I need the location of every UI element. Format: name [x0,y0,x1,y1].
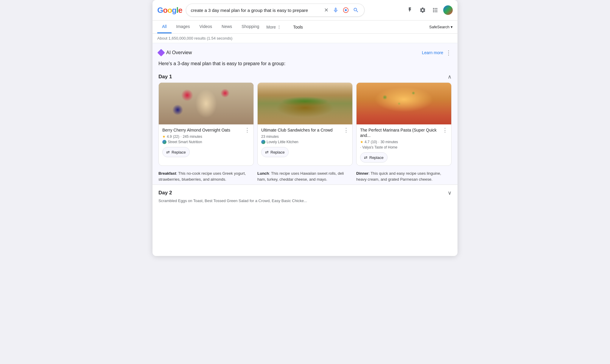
recipe-card-0[interactable]: Berry Cherry Almond Overnight Oats ⋮ ★ 4… [158,82,254,166]
meal-label-2: Dinner [356,171,368,176]
search-submit-button[interactable] [352,7,360,14]
meal-desc-0: Breakfast: This no-cook recipe uses Gree… [158,171,254,182]
meal-desc-2: Dinner: This quick and easy recipe uses … [356,171,452,182]
recipe-title-row-1: Ultimate Club Sandwiches for a Crowd ⋮ [261,127,349,133]
clear-button[interactable]: ✕ [323,6,329,14]
recipe-title-2: The Perfect Marinara Pasta (Super Quick … [360,127,441,138]
tab-shopping[interactable]: Shopping [237,21,264,33]
recipe-meta-2: ★ 4.7 (10) · 30 minutes [360,140,448,144]
labs-button[interactable] [406,6,415,15]
voice-search-button[interactable] [332,7,339,14]
recipe-more-button-1[interactable]: ⋮ [343,127,349,133]
day2-summary: Scrambled Eggs on Toast, Best Tossed Gre… [158,199,307,203]
recipe-title-row-0: Berry Cherry Almond Overnight Oats ⋮ [162,127,250,133]
recipe-reviews-0: (22) [173,135,179,139]
replace-icon-1: ⇄ [265,150,269,154]
safesearch-button[interactable]: SafeSearch ▾ [429,25,453,29]
recipe-title-1: Ultimate Club Sandwiches for a Crowd [261,127,333,133]
recipe-card-1[interactable]: Ultimate Club Sandwiches for a Crowd ⋮ 2… [257,82,353,166]
source-icon-1 [261,140,265,144]
recipe-source-name-2: Valya's Taste of Home [362,145,397,149]
apps-button[interactable] [431,6,440,15]
ai-diamond-icon [157,49,165,56]
search-bar: create a 3 day meal plan for a group tha… [186,4,365,17]
replace-icon-0: ⇄ [166,150,170,154]
ai-title: AI Overview [158,50,192,55]
recipe-meta-1: 23 minutes [261,135,349,139]
meal-desc-1: Lunch: This recipe uses Hawaiian sweet r… [257,171,353,182]
settings-button[interactable] [418,6,427,15]
recipe-time-1: 23 minutes [261,135,279,139]
replace-icon-2: ⇄ [364,155,368,160]
tab-videos[interactable]: Videos [194,21,217,33]
tab-all[interactable]: All [157,21,172,33]
meal-descriptions: Breakfast: This no-cook recipe uses Gree… [158,171,452,182]
header: Google create a 3 day meal plan for a gr… [152,0,458,21]
recipe-image-1 [258,83,352,124]
recipe-cards: Berry Cherry Almond Overnight Oats ⋮ ★ 4… [158,82,452,166]
results-count: About 1,650,000,000 results (1.54 second… [152,34,458,43]
replace-label-2: Replace [369,155,384,160]
recipe-meta-0: ★ 4.9 (22) · 245 minutes [162,135,250,139]
browser-window: Google create a 3 day meal plan for a gr… [152,0,458,256]
recipe-source-name-0: Street Smart Nutrition [168,140,202,144]
recipe-info-2: The Perfect Marinara Pasta (Super Quick … [357,124,451,152]
ai-more-options-button[interactable]: ⋮ [446,49,452,56]
day1-header[interactable]: Day 1 ∧ [158,71,452,82]
meal-label-0: Breakfast [158,171,176,176]
recipe-rating-2: 4.7 [365,140,370,144]
recipe-info-0: Berry Cherry Almond Overnight Oats ⋮ ★ 4… [159,124,253,147]
search-icons: ✕ [323,6,360,14]
nav-tabs: All Images Videos News Shopping More ⋮ [157,21,284,33]
replace-label-0: Replace [172,150,186,154]
header-right [406,5,453,15]
ai-header: AI Overview Learn more ⋮ [158,49,452,56]
recipe-time-2: 30 minutes [380,140,398,144]
recipe-more-button-2[interactable]: ⋮ [442,127,448,133]
recipe-image-2 [357,83,451,124]
recipe-rating-0: 4.9 [167,135,172,139]
day2-section: Day 2 ∨ Scrambled Eggs on Toast, Best To… [152,185,458,208]
avatar[interactable] [443,5,453,15]
day1-title: Day 1 [158,74,172,80]
learn-more-button[interactable]: Learn more [422,50,443,55]
recipe-more-button-0[interactable]: ⋮ [245,127,250,133]
replace-label-1: Replace [270,150,285,154]
safesearch-label: SafeSearch [429,25,449,29]
day2-header[interactable]: Day 2 ∨ [158,190,452,196]
day1-chevron-icon: ∧ [448,74,452,80]
recipe-reviews-2: (10) [371,140,377,144]
meal-label-1: Lunch [257,171,269,176]
recipe-source-2: · Valya's Taste of Home [360,145,448,149]
svg-point-1 [345,9,347,11]
more-tabs-chevron: ⋮ [277,25,281,29]
tools-button[interactable]: Tools [290,22,306,32]
recipe-source-0: Street Smart Nutrition [162,140,250,144]
tab-news[interactable]: News [217,21,237,33]
recipe-title-0: Berry Cherry Almond Overnight Oats [162,127,230,133]
replace-button-0[interactable]: ⇄ Replace [162,147,190,157]
ai-intro-text: Here's a 3-day meal plan that is easy to… [158,61,452,66]
star-icon-2: ★ [360,140,363,144]
replace-button-1[interactable]: ⇄ Replace [261,147,289,157]
day2-content: Scrambled Eggs on Toast, Best Tossed Gre… [158,199,452,203]
day2-title: Day 2 [158,190,172,196]
recipe-time-0: 245 minutes [183,135,202,139]
more-tabs-label: More [266,25,276,29]
search-input[interactable]: create a 3 day meal plan for a group tha… [191,8,321,13]
nav-bar: All Images Videos News Shopping More ⋮ T… [152,21,458,34]
ai-title-text: AI Overview [166,50,192,55]
more-tabs-button[interactable]: More ⋮ [264,21,284,33]
recipe-source-name-1: Lovely Little Kitchen [267,140,298,144]
ai-actions: Learn more ⋮ [422,49,452,56]
recipe-source-1: Lovely Little Kitchen [261,140,349,144]
results-count-text: About 1,650,000,000 results (1.54 second… [157,36,232,40]
recipe-card-2[interactable]: The Perfect Marinara Pasta (Super Quick … [356,82,452,166]
safesearch-chevron: ▾ [451,25,453,29]
recipe-title-row-2: The Perfect Marinara Pasta (Super Quick … [360,127,448,138]
day1-section: Day 1 ∧ Berry Cherry Almond Overnight Oa… [158,71,452,182]
tab-images[interactable]: Images [172,21,195,33]
star-icon-0: ★ [162,135,166,139]
image-search-button[interactable] [342,7,349,14]
replace-button-2[interactable]: ⇄ Replace [360,152,388,163]
